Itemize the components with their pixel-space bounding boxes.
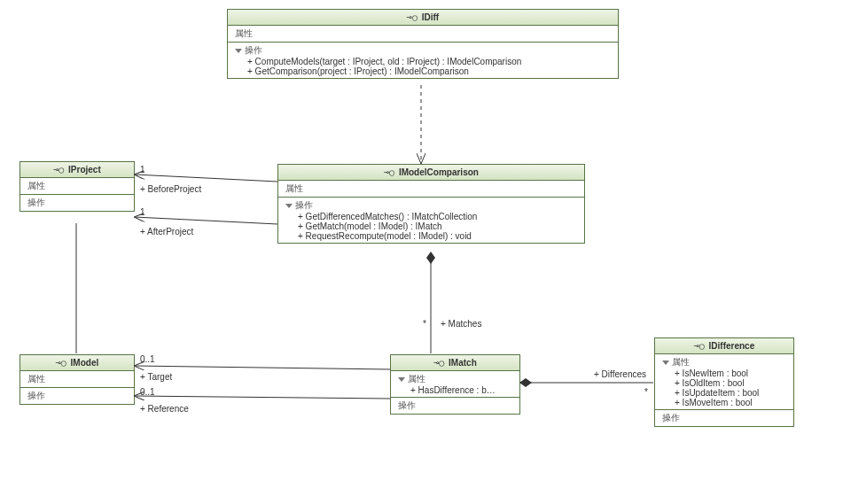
- svg-line-1: [135, 174, 277, 182]
- interface-icon: ⊸○: [407, 12, 418, 22]
- svg-line-2: [135, 217, 277, 224]
- svg-line-6: [135, 396, 390, 399]
- class-imodel[interactable]: ⊸○ IModel 属性 操作: [20, 354, 135, 405]
- attr-section-header: 属性: [398, 374, 425, 384]
- attr-section: 属性: [278, 181, 584, 198]
- class-header: ⊸○ IProject: [20, 162, 134, 178]
- mult-diff: *: [644, 387, 648, 397]
- role-target: + Target: [140, 372, 172, 382]
- class-name: IModelComparison: [399, 167, 479, 177]
- op-section: 操作: [391, 398, 519, 414]
- class-imatch[interactable]: ⊸○ IMatch 属性 + HasDifference : b… 操作: [390, 354, 520, 415]
- mult-before: 1: [140, 165, 145, 174]
- operation: + GetDifferencedMatches() : IMatchCollec…: [285, 212, 577, 221]
- mult-target: 0..1: [140, 354, 155, 364]
- class-header: ⊸○ IModelComparison: [278, 165, 584, 181]
- op-section: 操作: [655, 410, 793, 426]
- class-name: IDiff: [422, 12, 439, 22]
- attr-section: 属性: [20, 178, 134, 195]
- class-idiff[interactable]: ⊸○ IDiff 属性 操作 + ComputeModels(target : …: [227, 9, 619, 79]
- attr-section-header: 属性: [662, 357, 690, 367]
- mult-ref: 0..1: [140, 387, 155, 397]
- class-header: ⊸○ IModel: [20, 355, 134, 371]
- role-before: + BeforeProject: [140, 184, 201, 194]
- class-header: ⊸○ IDifference: [655, 338, 793, 354]
- expand-icon: [662, 361, 669, 365]
- interface-icon: ⊸○: [384, 167, 394, 177]
- attribute: + IsOldItem : bool: [662, 378, 786, 388]
- class-idifference[interactable]: ⊸○ IDifference 属性 + IsNewItem : bool + I…: [654, 337, 794, 427]
- class-iproject[interactable]: ⊸○ IProject 属性 操作: [20, 161, 135, 212]
- interface-icon: ⊸○: [56, 358, 66, 368]
- op-section-header: 操作: [285, 200, 313, 210]
- attribute: + HasDifference : b…: [398, 385, 512, 395]
- op-section: 操作 + ComputeModels(target : IProject, ol…: [228, 43, 618, 78]
- operation: + GetMatch(model : IModel) : IMatch: [285, 221, 577, 231]
- operation: + RequestRecompute(model : IModel) : voi…: [285, 231, 577, 241]
- op-section: 操作: [20, 388, 134, 404]
- class-name: IModel: [71, 358, 99, 368]
- operation: + ComputeModels(target : IProject, old :…: [235, 57, 611, 66]
- interface-icon: ⊸○: [433, 358, 444, 368]
- class-name: IDifference: [709, 341, 755, 351]
- svg-line-5: [135, 366, 390, 369]
- op-section: 操作: [20, 195, 134, 211]
- mult-after: 1: [140, 207, 145, 217]
- attribute: + IsUpdateItem : bool: [662, 388, 786, 398]
- class-header: ⊸○ IMatch: [391, 355, 519, 371]
- op-section-header: 操作: [235, 45, 262, 55]
- op-section: 操作 + GetDifferencedMatches() : IMatchCol…: [278, 198, 584, 243]
- attr-section: 属性 + IsNewItem : bool + IsOldItem : bool…: [655, 354, 793, 410]
- class-name: IProject: [68, 165, 101, 174]
- role-diff: + Differences: [594, 369, 646, 379]
- expand-icon: [285, 204, 293, 208]
- attr-section: 属性 + HasDifference : b…: [391, 371, 519, 398]
- role-matches: + Matches: [441, 319, 481, 329]
- interface-icon: ⊸○: [53, 165, 64, 174]
- class-name: IMatch: [449, 358, 477, 368]
- attr-section: 属性: [228, 26, 618, 43]
- attribute: + IsMoveItem : bool: [662, 398, 786, 407]
- attr-section: 属性: [20, 371, 134, 388]
- operation: + GetComparison(project : IProject) : IM…: [235, 66, 611, 76]
- expand-icon: [398, 377, 405, 382]
- mult-matches: *: [423, 319, 426, 329]
- class-header: ⊸○ IDiff: [228, 10, 618, 26]
- interface-icon: ⊸○: [694, 341, 705, 351]
- expand-icon: [235, 49, 242, 53]
- attribute: + IsNewItem : bool: [662, 368, 786, 378]
- role-after: + AfterProject: [140, 227, 193, 236]
- role-ref: + Reference: [140, 404, 189, 414]
- class-imodelcomparison[interactable]: ⊸○ IModelComparison 属性 操作 + GetDifferenc…: [277, 164, 585, 244]
